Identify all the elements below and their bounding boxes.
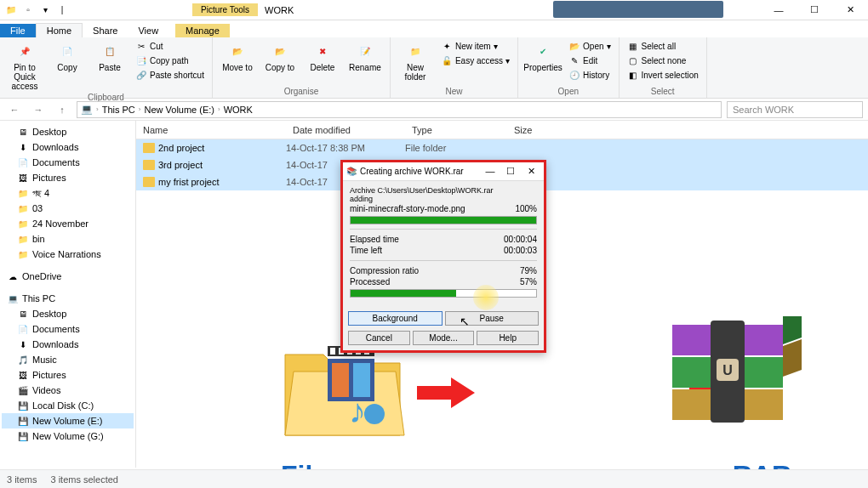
- pictures-icon: 🖼: [17, 369, 29, 381]
- new-icon: ✦: [441, 40, 453, 52]
- svg-rect-1: [332, 363, 349, 397]
- tab-file[interactable]: File: [0, 24, 36, 37]
- edit-button[interactable]: ✎Edit: [566, 54, 613, 67]
- search-input[interactable]: Search WORK: [727, 101, 863, 118]
- invert-button[interactable]: ◧Invert selection: [625, 68, 701, 82]
- download-icon: ⬇: [17, 141, 29, 153]
- disk-icon: 💾: [17, 430, 29, 442]
- tab-view[interactable]: View: [128, 24, 168, 37]
- rar-illustration: U: [664, 316, 808, 452]
- language-bar[interactable]: [553, 1, 723, 18]
- shortcut-icon: 🔗: [135, 69, 147, 81]
- folder-icon: 📁: [3, 3, 19, 18]
- documents-icon: 📄: [17, 156, 29, 168]
- cancel-button[interactable]: Cancel: [348, 331, 410, 345]
- rename-button[interactable]: 📝Rename: [345, 39, 385, 72]
- desktop-icon: 🖥: [17, 308, 29, 320]
- dialog-close[interactable]: ✕: [522, 166, 540, 177]
- svg-point-10: [364, 404, 385, 424]
- folder-icon: 📁: [17, 248, 29, 260]
- dialog-maximize[interactable]: ☐: [501, 166, 520, 177]
- up-button[interactable]: ↑: [53, 100, 71, 119]
- folder-icon: [143, 177, 155, 187]
- svg-rect-16: [783, 339, 802, 377]
- music-icon: 🎵: [17, 354, 29, 366]
- selectall-button[interactable]: ▦Select all: [625, 39, 701, 53]
- delete-button[interactable]: ✖Delete: [303, 39, 342, 72]
- pause-button[interactable]: Pause: [445, 311, 540, 326]
- tab-share[interactable]: Share: [83, 24, 128, 37]
- folder-icon: [143, 143, 155, 153]
- navigation-tree[interactable]: 🖥Desktop ⬇Downloads 📄Documents 🖼Pictures…: [0, 121, 136, 468]
- background-button[interactable]: Background: [348, 311, 443, 326]
- open-button[interactable]: 📂Open ▾: [566, 39, 613, 53]
- pin-button[interactable]: 📌Pin to Quick access: [5, 39, 44, 91]
- disk-icon: 💾: [17, 400, 29, 411]
- contextual-tab-label: Picture Tools: [192, 3, 258, 16]
- newfolder-button[interactable]: 📁New folder: [396, 39, 435, 82]
- folder-icon: 📁: [17, 187, 29, 199]
- onedrive-icon: ☁: [7, 270, 19, 282]
- back-button[interactable]: ←: [5, 100, 24, 119]
- status-items: 3 items: [7, 474, 37, 485]
- archive-path: Archive C:\Users\User\Desktop\WORK.rar: [350, 186, 537, 195]
- dialog-minimize[interactable]: —: [481, 166, 500, 177]
- qat-divider: |: [54, 3, 70, 18]
- folder-icon: 📁: [17, 233, 29, 245]
- ribbon: 📌Pin to Quick access 📄Copy 📋Paste ✂Cut 📑…: [0, 37, 868, 99]
- status-selected: 3 items selected: [50, 474, 117, 485]
- disk-icon: 💾: [17, 415, 29, 427]
- breadcrumb[interactable]: 💻 › This PC › New Volume (E:) › WORK: [77, 101, 722, 118]
- forward-button[interactable]: →: [29, 100, 48, 119]
- copypath-button[interactable]: 📑Copy path: [133, 54, 207, 67]
- open-icon: 📂: [568, 40, 580, 52]
- group-select: Select: [625, 85, 701, 96]
- svg-rect-14: [783, 316, 802, 344]
- tab-home[interactable]: Home: [36, 23, 83, 37]
- file-row[interactable]: 2nd project 14-Oct-17 8:38 PM File folde…: [136, 139, 868, 156]
- total-progress: [350, 289, 537, 298]
- download-icon: ⬇: [17, 338, 29, 350]
- close-button[interactable]: ✕: [832, 0, 868, 20]
- pictures-icon: 🖼: [17, 172, 29, 184]
- edit-icon: ✎: [568, 54, 580, 66]
- mode-button[interactable]: Mode...: [413, 331, 475, 345]
- svg-text:U: U: [722, 363, 733, 377]
- easyaccess-button[interactable]: 🔓Easy access ▾: [438, 54, 512, 67]
- paste-button[interactable]: 📋Paste: [90, 39, 129, 72]
- qat-item[interactable]: ▾: [37, 3, 53, 18]
- folder-icon: 📁: [17, 218, 29, 230]
- documents-icon: 📄: [17, 323, 29, 335]
- dialog-title: Creating archive WORK.rar: [360, 167, 477, 176]
- maximize-button[interactable]: ☐: [797, 0, 832, 20]
- copy-button[interactable]: 📄Copy: [48, 39, 87, 72]
- newitem-button[interactable]: ✦New item ▾: [438, 39, 512, 53]
- properties-button[interactable]: ✔Properties: [523, 39, 562, 72]
- selectnone-button[interactable]: ▢Select none: [625, 54, 701, 67]
- invert-icon: ◧: [627, 69, 639, 81]
- column-headers[interactable]: Name Date modified Type Size: [136, 121, 868, 139]
- cut-button[interactable]: ✂Cut: [133, 39, 207, 53]
- paste-shortcut-button[interactable]: 🔗Paste shortcut: [133, 68, 207, 82]
- thispc-icon: 💻: [7, 292, 19, 304]
- arrow-icon: [417, 376, 477, 410]
- moveto-button[interactable]: 📂Move to: [218, 39, 257, 72]
- svg-rect-4: [330, 348, 335, 355]
- group-new: New: [396, 85, 512, 96]
- minimize-button[interactable]: —: [761, 0, 797, 20]
- file-progress: [350, 216, 537, 224]
- copyto-button[interactable]: 📂Copy to: [260, 39, 300, 72]
- history-button[interactable]: 🕘History: [566, 68, 613, 82]
- desktop-icon: 🖥: [17, 126, 29, 138]
- help-button[interactable]: Help: [477, 331, 539, 345]
- folder-icon: 📁: [17, 202, 29, 214]
- group-open: Open: [523, 85, 613, 96]
- tab-manage[interactable]: Manage: [175, 24, 230, 37]
- selectnone-icon: ▢: [627, 54, 639, 66]
- svg-text:♪: ♪: [349, 392, 366, 429]
- folder-icon: [143, 160, 155, 170]
- access-icon: 🔓: [441, 54, 453, 66]
- history-icon: 🕘: [568, 69, 580, 81]
- qat-item[interactable]: ▫: [20, 3, 36, 18]
- titlebar: 📁 ▫ ▾ | Picture Tools WORK — ☐ ✕: [0, 0, 868, 20]
